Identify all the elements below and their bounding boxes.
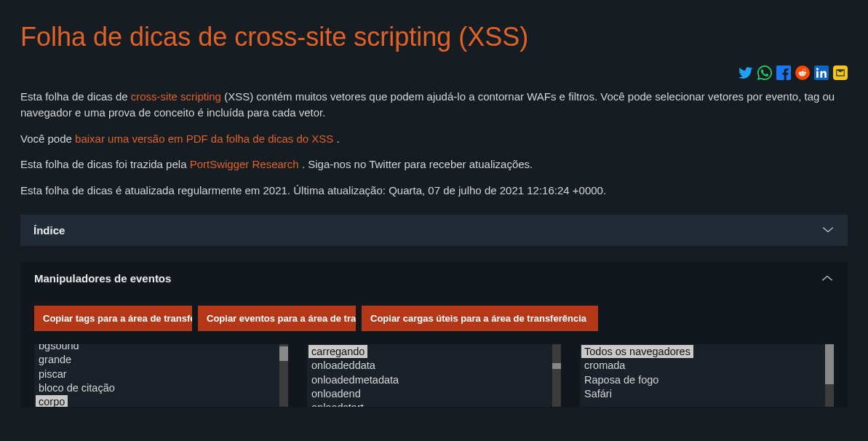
list-item[interactable]: onloadedmetadata (308, 374, 402, 386)
scrollbar-thumb[interactable] (825, 344, 834, 384)
list-item[interactable]: Raposa de fogo (581, 374, 661, 386)
linkedin-icon[interactable] (814, 65, 829, 80)
list-item[interactable]: onloadstart (308, 402, 367, 406)
index-label: Índice (33, 224, 65, 237)
chevron-up-icon (821, 274, 834, 282)
pdf-download-link[interactable]: baixar uma versão em PDF da folha de dic… (75, 132, 333, 145)
intro-paragraph-3: Esta folha de dicas foi trazida pela Por… (20, 156, 848, 172)
reddit-icon[interactable] (795, 65, 810, 80)
list-item[interactable]: bgsound (36, 344, 82, 351)
events-select[interactable]: carregandoonloadeddataonloadedmetadataon… (307, 344, 561, 407)
whatsapp-icon[interactable] (757, 65, 772, 80)
list-item[interactable]: carregando (308, 345, 367, 358)
intro-paragraph-4: Esta folha de dicas é atualizada regular… (20, 183, 848, 199)
handlers-panel: Manipuladores de eventos Copiar tags par… (20, 262, 848, 408)
copy-buttons-row: Copiar tags para a área de transferência… (34, 306, 834, 331)
list-item[interactable]: cromada (581, 359, 628, 371)
list-item[interactable]: Todos os navegadores (581, 345, 693, 358)
index-accordion[interactable]: Índice (20, 215, 848, 246)
list-item[interactable]: onloadend (308, 388, 364, 400)
email-icon[interactable] (833, 65, 848, 80)
intro-paragraph-2: Você pode baixar uma versão em PDF da fo… (20, 131, 848, 147)
list-item[interactable]: piscar (36, 368, 70, 380)
scrollbar-thumb[interactable] (279, 346, 288, 361)
twitter-icon[interactable] (738, 65, 753, 80)
page-title: Folha de dicas de cross-site scripting (… (20, 22, 848, 52)
list-item[interactable]: onloadeddata (308, 359, 378, 371)
portswigger-link[interactable]: PortSwigger Research (190, 158, 299, 170)
list-item[interactable]: grande (36, 354, 74, 365)
list-item[interactable]: Safári (581, 388, 615, 400)
list-item[interactable]: bloco de citação (36, 382, 118, 394)
share-row (20, 65, 848, 80)
handlers-label: Manipuladores de eventos (34, 272, 171, 285)
copy-payloads-button[interactable]: Copiar cargas úteis para a área de trans… (362, 306, 598, 331)
list-item[interactable]: corpo (36, 395, 68, 406)
xss-link[interactable]: cross-site scripting (131, 90, 221, 103)
tags-select[interactable]: bgsoundgrandepiscarbloco de citaçãocorpo (34, 344, 288, 407)
browsers-select[interactable]: Todos os navegadorescromadaRaposa de fog… (580, 344, 834, 407)
chevron-down-icon (821, 226, 835, 234)
intro-paragraph-1: Esta folha de dicas de cross-site script… (20, 89, 848, 121)
copy-events-button[interactable]: Copiar eventos para a área de transferên… (198, 306, 356, 331)
scrollbar[interactable] (552, 344, 561, 407)
scrollbar-thumb[interactable] (552, 363, 561, 369)
facebook-icon[interactable] (776, 65, 791, 80)
copy-tags-button[interactable]: Copiar tags para a área de transferência (34, 306, 192, 331)
handlers-accordion[interactable]: Manipuladores de eventos (21, 263, 847, 294)
